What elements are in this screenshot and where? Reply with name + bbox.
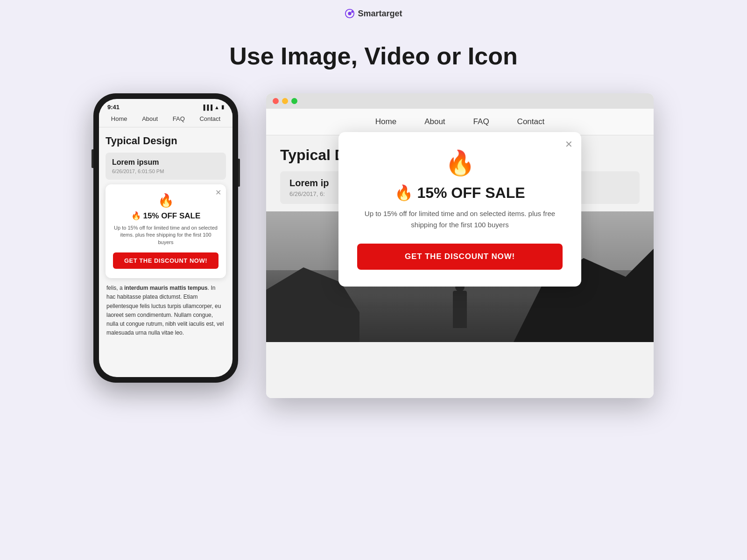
logo: Smartarget — [345, 8, 402, 19]
desktop-sale-title: 🔥 15% OFF SALE — [357, 184, 563, 202]
phone-inner: 9:41 ▐▐▐ ▲ ▮ Home About FAQ Contact — [99, 99, 233, 377]
svg-point-1 — [348, 12, 352, 15]
browser-nav-about[interactable]: About — [424, 117, 445, 126]
browser-outer: Home About FAQ Contact Typical Design Lo… — [266, 93, 654, 398]
desktop-sale-text: 15% OFF SALE — [417, 184, 525, 202]
phone-nav-faq[interactable]: FAQ — [171, 114, 187, 123]
browser-nav-home[interactable]: Home — [375, 117, 396, 126]
beach-figure — [453, 291, 467, 328]
phone-sale-title: 🔥 15% OFF SALE — [113, 211, 218, 221]
battery-icon: ▮ — [221, 104, 224, 110]
phone-body-text: felis, a interdum mauris mattis tempus. … — [106, 284, 226, 337]
phone-body-bold: interdum mauris mattis tempus — [124, 285, 208, 291]
phone-nav: Home About FAQ Contact — [99, 112, 233, 127]
page-title: Use Image, Video or Icon — [229, 42, 517, 70]
content-row: 9:41 ▐▐▐ ▲ ▮ Home About FAQ Contact — [0, 93, 747, 398]
phone-page-title: Typical Design — [106, 135, 226, 147]
desktop-sale-desc: Up to 15% off for limited time and on se… — [357, 208, 563, 231]
browser-dot-red — [273, 98, 279, 104]
wifi-icon: ▲ — [214, 105, 219, 110]
desktop-popup: ✕ 🔥 🔥 15% OFF SALE Up to 15% off for lim… — [338, 132, 581, 287]
browser-mockup: Home About FAQ Contact Typical Design Lo… — [266, 93, 654, 398]
phone-nav-about[interactable]: About — [140, 114, 160, 123]
browser-titlebar — [266, 93, 654, 109]
phone-lorem-date: 6/26/2017, 6:01:50 PM — [112, 168, 219, 174]
phone-nav-contact[interactable]: Contact — [197, 114, 222, 123]
phone-popup-close[interactable]: ✕ — [215, 188, 221, 197]
phone-outer: 9:41 ▐▐▐ ▲ ▮ Home About FAQ Contact — [93, 93, 238, 383]
phone-popup: ✕ 🔥 🔥 15% OFF SALE Up to 15% off for lim… — [106, 184, 226, 278]
phone-status-bar: 9:41 ▐▐▐ ▲ ▮ — [99, 99, 233, 112]
desktop-brand-icon: 🔥 — [357, 149, 563, 177]
browser-dot-yellow — [282, 98, 288, 104]
phone-nav-home[interactable]: Home — [109, 114, 129, 123]
phone-status-icons: ▐▐▐ ▲ ▮ — [202, 104, 224, 110]
desktop-cta-button[interactable]: GET THE DISCOUNT NOW! — [357, 244, 563, 270]
phone-sale-desc: Up to 15% off for limited time and on se… — [113, 224, 218, 246]
browser-nav-faq[interactable]: FAQ — [473, 117, 489, 126]
svg-point-2 — [352, 11, 354, 13]
browser-nav-contact[interactable]: Contact — [517, 117, 545, 126]
browser-dot-green — [291, 98, 297, 104]
browser-nav: Home About FAQ Contact — [266, 109, 654, 135]
phone-content: Typical Design Lorem ipsum 6/26/2017, 6:… — [99, 127, 233, 345]
phone-cta-button[interactable]: GET THE DISCOUNT NOW! — [113, 252, 218, 269]
top-bar: Smartarget — [0, 0, 747, 23]
signal-icon: ▐▐▐ — [202, 105, 212, 110]
phone-mockup: 9:41 ▐▐▐ ▲ ▮ Home About FAQ Contact — [93, 93, 238, 383]
phone-lorem-card: Lorem ipsum 6/26/2017, 6:01:50 PM — [106, 153, 226, 180]
phone-time: 9:41 — [107, 104, 120, 111]
browser-content: Home About FAQ Contact Typical Design Lo… — [266, 109, 654, 398]
desktop-sale-emoji: 🔥 — [395, 184, 413, 202]
phone-brand-icon: 🔥 — [113, 193, 218, 208]
logo-text: Smartarget — [358, 9, 402, 19]
phone-lorem-title: Lorem ipsum — [112, 158, 219, 167]
desktop-popup-close[interactable]: ✕ — [565, 139, 573, 150]
logo-icon — [345, 8, 355, 19]
